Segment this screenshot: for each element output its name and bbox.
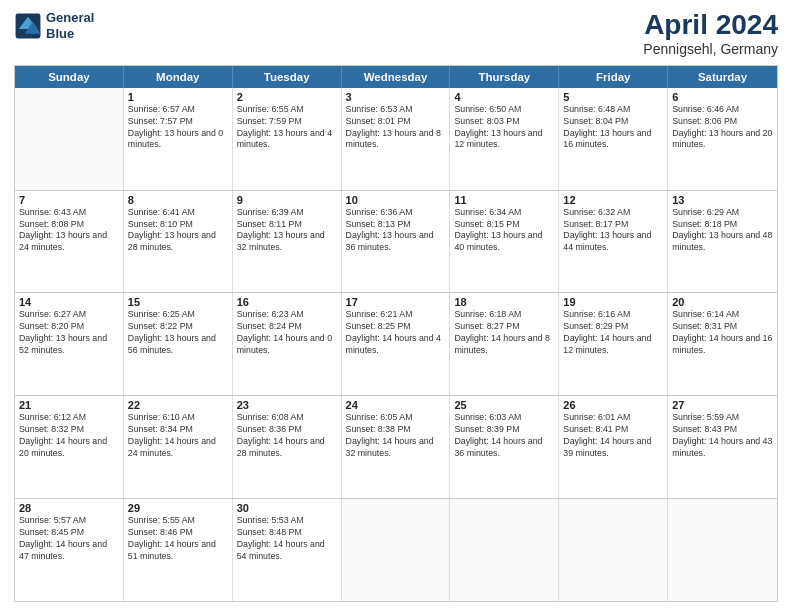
- day-number: 19: [563, 296, 663, 308]
- calendar-cell: 5Sunrise: 6:48 AMSunset: 8:04 PMDaylight…: [559, 88, 668, 190]
- cell-info: Sunrise: 6:03 AMSunset: 8:39 PMDaylight:…: [454, 412, 554, 460]
- day-number: 27: [672, 399, 773, 411]
- day-number: 30: [237, 502, 337, 514]
- cell-info: Sunrise: 6:01 AMSunset: 8:41 PMDaylight:…: [563, 412, 663, 460]
- calendar-cell: 11Sunrise: 6:34 AMSunset: 8:15 PMDayligh…: [450, 191, 559, 293]
- day-header-wednesday: Wednesday: [342, 66, 451, 88]
- calendar-cell: 25Sunrise: 6:03 AMSunset: 8:39 PMDayligh…: [450, 396, 559, 498]
- header: General Blue April 2024 Pennigsehl, Germ…: [14, 10, 778, 57]
- cell-info: Sunrise: 6:21 AMSunset: 8:25 PMDaylight:…: [346, 309, 446, 357]
- day-number: 25: [454, 399, 554, 411]
- cell-info: Sunrise: 6:10 AMSunset: 8:34 PMDaylight:…: [128, 412, 228, 460]
- calendar: SundayMondayTuesdayWednesdayThursdayFrid…: [14, 65, 778, 602]
- page: General Blue April 2024 Pennigsehl, Germ…: [0, 0, 792, 612]
- day-header-tuesday: Tuesday: [233, 66, 342, 88]
- day-number: 2: [237, 91, 337, 103]
- logo-text: General Blue: [46, 10, 94, 41]
- day-number: 1: [128, 91, 228, 103]
- day-number: 21: [19, 399, 119, 411]
- cell-info: Sunrise: 6:48 AMSunset: 8:04 PMDaylight:…: [563, 104, 663, 152]
- calendar-week-4: 21Sunrise: 6:12 AMSunset: 8:32 PMDayligh…: [15, 395, 777, 498]
- calendar-cell: 26Sunrise: 6:01 AMSunset: 8:41 PMDayligh…: [559, 396, 668, 498]
- calendar-cell: 14Sunrise: 6:27 AMSunset: 8:20 PMDayligh…: [15, 293, 124, 395]
- day-number: 20: [672, 296, 773, 308]
- calendar-cell: 4Sunrise: 6:50 AMSunset: 8:03 PMDaylight…: [450, 88, 559, 190]
- day-number: 14: [19, 296, 119, 308]
- calendar-cell: [450, 499, 559, 601]
- calendar-week-3: 14Sunrise: 6:27 AMSunset: 8:20 PMDayligh…: [15, 292, 777, 395]
- calendar-cell: 15Sunrise: 6:25 AMSunset: 8:22 PMDayligh…: [124, 293, 233, 395]
- day-number: 13: [672, 194, 773, 206]
- cell-info: Sunrise: 6:25 AMSunset: 8:22 PMDaylight:…: [128, 309, 228, 357]
- day-number: 9: [237, 194, 337, 206]
- cell-info: Sunrise: 6:14 AMSunset: 8:31 PMDaylight:…: [672, 309, 773, 357]
- cell-info: Sunrise: 6:18 AMSunset: 8:27 PMDaylight:…: [454, 309, 554, 357]
- calendar-cell: 13Sunrise: 6:29 AMSunset: 8:18 PMDayligh…: [668, 191, 777, 293]
- calendar-cell: 12Sunrise: 6:32 AMSunset: 8:17 PMDayligh…: [559, 191, 668, 293]
- cell-info: Sunrise: 6:29 AMSunset: 8:18 PMDaylight:…: [672, 207, 773, 255]
- day-number: 16: [237, 296, 337, 308]
- calendar-cell: 1Sunrise: 6:57 AMSunset: 7:57 PMDaylight…: [124, 88, 233, 190]
- day-number: 29: [128, 502, 228, 514]
- day-number: 26: [563, 399, 663, 411]
- day-header-monday: Monday: [124, 66, 233, 88]
- cell-info: Sunrise: 5:57 AMSunset: 8:45 PMDaylight:…: [19, 515, 119, 563]
- cell-info: Sunrise: 6:34 AMSunset: 8:15 PMDaylight:…: [454, 207, 554, 255]
- calendar-cell: 20Sunrise: 6:14 AMSunset: 8:31 PMDayligh…: [668, 293, 777, 395]
- calendar-cell: 24Sunrise: 6:05 AMSunset: 8:38 PMDayligh…: [342, 396, 451, 498]
- cell-info: Sunrise: 6:55 AMSunset: 7:59 PMDaylight:…: [237, 104, 337, 152]
- calendar-cell: 27Sunrise: 5:59 AMSunset: 8:43 PMDayligh…: [668, 396, 777, 498]
- title-block: April 2024 Pennigsehl, Germany: [643, 10, 778, 57]
- calendar-cell: 6Sunrise: 6:46 AMSunset: 8:06 PMDaylight…: [668, 88, 777, 190]
- cell-info: Sunrise: 6:23 AMSunset: 8:24 PMDaylight:…: [237, 309, 337, 357]
- day-number: 22: [128, 399, 228, 411]
- calendar-header: SundayMondayTuesdayWednesdayThursdayFrid…: [15, 66, 777, 88]
- cell-info: Sunrise: 6:39 AMSunset: 8:11 PMDaylight:…: [237, 207, 337, 255]
- cell-info: Sunrise: 5:53 AMSunset: 8:48 PMDaylight:…: [237, 515, 337, 563]
- day-number: 18: [454, 296, 554, 308]
- calendar-title: April 2024: [643, 10, 778, 41]
- calendar-cell: 30Sunrise: 5:53 AMSunset: 8:48 PMDayligh…: [233, 499, 342, 601]
- day-number: 8: [128, 194, 228, 206]
- day-number: 15: [128, 296, 228, 308]
- day-header-sunday: Sunday: [15, 66, 124, 88]
- day-header-saturday: Saturday: [668, 66, 777, 88]
- cell-info: Sunrise: 6:08 AMSunset: 8:36 PMDaylight:…: [237, 412, 337, 460]
- day-number: 4: [454, 91, 554, 103]
- day-number: 11: [454, 194, 554, 206]
- day-number: 5: [563, 91, 663, 103]
- calendar-week-5: 28Sunrise: 5:57 AMSunset: 8:45 PMDayligh…: [15, 498, 777, 601]
- calendar-cell: 7Sunrise: 6:43 AMSunset: 8:08 PMDaylight…: [15, 191, 124, 293]
- calendar-cell: 22Sunrise: 6:10 AMSunset: 8:34 PMDayligh…: [124, 396, 233, 498]
- day-number: 17: [346, 296, 446, 308]
- calendar-cell: 3Sunrise: 6:53 AMSunset: 8:01 PMDaylight…: [342, 88, 451, 190]
- calendar-cell: 21Sunrise: 6:12 AMSunset: 8:32 PMDayligh…: [15, 396, 124, 498]
- calendar-cell: 10Sunrise: 6:36 AMSunset: 8:13 PMDayligh…: [342, 191, 451, 293]
- calendar-cell: [342, 499, 451, 601]
- day-number: 23: [237, 399, 337, 411]
- calendar-cell: [559, 499, 668, 601]
- cell-info: Sunrise: 5:59 AMSunset: 8:43 PMDaylight:…: [672, 412, 773, 460]
- calendar-week-2: 7Sunrise: 6:43 AMSunset: 8:08 PMDaylight…: [15, 190, 777, 293]
- day-header-friday: Friday: [559, 66, 668, 88]
- day-number: 28: [19, 502, 119, 514]
- day-header-thursday: Thursday: [450, 66, 559, 88]
- cell-info: Sunrise: 6:43 AMSunset: 8:08 PMDaylight:…: [19, 207, 119, 255]
- calendar-cell: 19Sunrise: 6:16 AMSunset: 8:29 PMDayligh…: [559, 293, 668, 395]
- day-number: 6: [672, 91, 773, 103]
- cell-info: Sunrise: 6:57 AMSunset: 7:57 PMDaylight:…: [128, 104, 228, 152]
- cell-info: Sunrise: 6:36 AMSunset: 8:13 PMDaylight:…: [346, 207, 446, 255]
- cell-info: Sunrise: 6:53 AMSunset: 8:01 PMDaylight:…: [346, 104, 446, 152]
- logo-line2: Blue: [46, 26, 94, 42]
- calendar-cell: 23Sunrise: 6:08 AMSunset: 8:36 PMDayligh…: [233, 396, 342, 498]
- calendar-cell: [15, 88, 124, 190]
- cell-info: Sunrise: 6:46 AMSunset: 8:06 PMDaylight:…: [672, 104, 773, 152]
- calendar-week-1: 1Sunrise: 6:57 AMSunset: 7:57 PMDaylight…: [15, 88, 777, 190]
- logo-icon: [14, 12, 42, 40]
- cell-info: Sunrise: 6:50 AMSunset: 8:03 PMDaylight:…: [454, 104, 554, 152]
- day-number: 24: [346, 399, 446, 411]
- cell-info: Sunrise: 6:41 AMSunset: 8:10 PMDaylight:…: [128, 207, 228, 255]
- day-number: 3: [346, 91, 446, 103]
- calendar-cell: 16Sunrise: 6:23 AMSunset: 8:24 PMDayligh…: [233, 293, 342, 395]
- calendar-cell: 18Sunrise: 6:18 AMSunset: 8:27 PMDayligh…: [450, 293, 559, 395]
